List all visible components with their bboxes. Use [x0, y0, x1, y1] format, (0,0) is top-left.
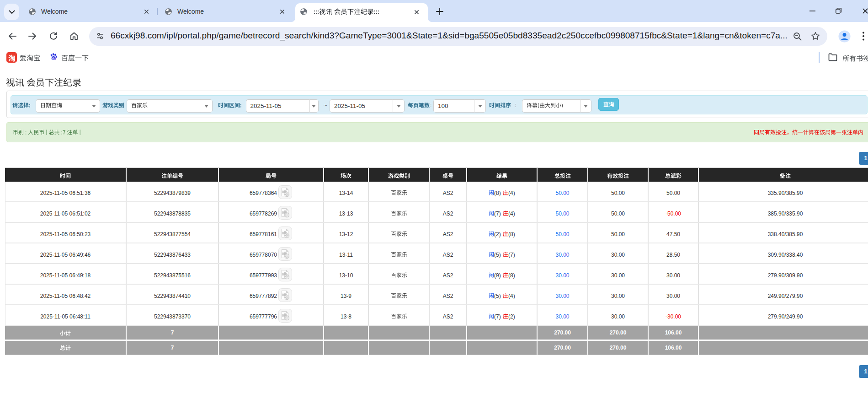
svg-text:du: du — [52, 57, 56, 60]
